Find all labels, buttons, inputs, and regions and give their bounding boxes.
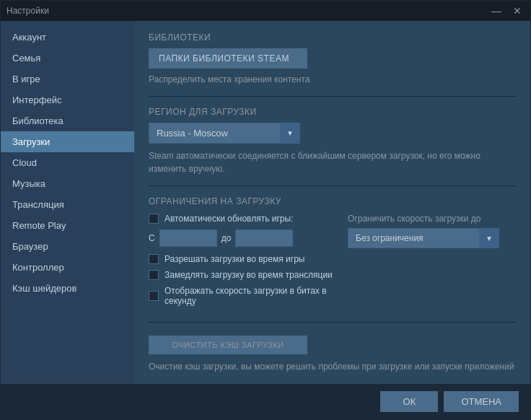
- minimize-button[interactable]: —: [488, 5, 504, 17]
- ok-button[interactable]: ОК: [380, 391, 438, 412]
- footer: ОК ОТМЕНА: [1, 384, 530, 419]
- allow-during-game-checkbox[interactable]: [149, 254, 159, 264]
- sidebar-item-interface[interactable]: Интерфейс: [1, 89, 134, 110]
- libraries-section: Библиотеки ПАПКИ БИБЛИОТЕКИ STEAM Распре…: [149, 32, 516, 86]
- from-to-row: С до: [149, 229, 336, 247]
- sidebar-item-account[interactable]: Аккаунт: [1, 27, 134, 48]
- show-speed-bits-checkbox[interactable]: [149, 291, 159, 301]
- sidebar-item-family[interactable]: Семья: [1, 48, 134, 69]
- throttle-broadcast-row: Замедлять загрузку во время трансляции: [149, 270, 336, 280]
- throttle-broadcast-label: Замедлять загрузку во время трансляции: [164, 270, 333, 280]
- title-bar: Настройки — ✕: [1, 1, 530, 21]
- window-controls: — ✕: [488, 5, 525, 17]
- clear-cache-info: Очистив кэш загрузки, вы можете решить п…: [149, 360, 516, 373]
- restrictions-left: Автоматически обновлять игры: С до: [149, 214, 336, 312]
- sidebar-item-music[interactable]: Музыка: [1, 173, 134, 194]
- from-input[interactable]: [159, 229, 217, 247]
- restrictions-section: Ограничения на загрузку Автоматически об…: [149, 196, 516, 312]
- distribute-label: Распределить места хранения контента: [149, 73, 516, 86]
- restrictions-right: Ограничить скорость загрузки до Без огра…: [348, 214, 516, 312]
- show-speed-bits-row: Отображать скорость загрузки в битах в с…: [149, 286, 336, 306]
- throttle-broadcast-checkbox[interactable]: [149, 270, 159, 280]
- clear-cache-button[interactable]: ОЧИСТИТЬ КЭШ ЗАГРУЗКИ: [149, 336, 307, 354]
- auto-update-label: Автоматически обновлять игры:: [164, 214, 293, 224]
- sidebar-item-downloads[interactable]: Загрузки: [1, 131, 134, 152]
- region-section: Регион для загрузки Russia - MoscowRussi…: [149, 107, 516, 175]
- sidebar-item-cloud[interactable]: Cloud: [1, 152, 134, 173]
- auto-update-row: Автоматически обновлять игры:: [149, 214, 336, 224]
- library-folders-button[interactable]: ПАПКИ БИБЛИОТЕКИ STEAM: [149, 48, 307, 69]
- sidebar-item-ingame[interactable]: В игре: [1, 69, 134, 89]
- restrictions-two-col: Автоматически обновлять игры: С до: [149, 214, 516, 312]
- sidebar-item-library[interactable]: Библиотека: [1, 110, 134, 131]
- sidebar: АккаунтСемьяВ игреИнтерфейсБиблиотекаЗаг…: [1, 21, 134, 384]
- cancel-button[interactable]: ОТМЕНА: [444, 391, 519, 412]
- libraries-section-label: Библиотеки: [149, 32, 516, 43]
- region-row: Russia - MoscowRussia - St. PetersburgGe…: [149, 123, 516, 144]
- sidebar-item-browser[interactable]: Браузер: [1, 236, 134, 257]
- region-section-label: Регион для загрузки: [149, 107, 516, 117]
- to-input[interactable]: [235, 229, 293, 247]
- divider-1: [149, 96, 516, 97]
- clear-cache-section: ОЧИСТИТЬ КЭШ ЗАГРУЗКИ Очистив кэш загруз…: [149, 333, 516, 373]
- sidebar-item-shader[interactable]: Кэш шейдеров: [1, 278, 134, 299]
- divider-2: [149, 185, 516, 186]
- sidebar-item-controller[interactable]: Контроллер: [1, 257, 134, 278]
- allow-during-game-row: Разрешать загрузки во время игры: [149, 254, 336, 264]
- window-title: Настройки: [6, 6, 49, 16]
- settings-window: Настройки — ✕ АккаунтСемьяВ игреИнтерфей…: [0, 0, 531, 420]
- to-label: до: [221, 233, 232, 243]
- region-select-wrapper: Russia - MoscowRussia - St. PetersburgGe…: [149, 123, 300, 144]
- speed-limit-select-wrapper: Без ограничения128 KB/s256 KB/s512 KB/s1…: [348, 228, 499, 248]
- content-area: АккаунтСемьяВ игреИнтерфейсБиблиотекаЗаг…: [1, 21, 530, 384]
- from-label: С: [149, 233, 155, 243]
- speed-limit-select[interactable]: Без ограничения128 KB/s256 KB/s512 KB/s1…: [348, 228, 499, 248]
- region-select[interactable]: Russia - MoscowRussia - St. PetersburgGe…: [149, 123, 300, 144]
- sidebar-item-broadcast[interactable]: Трансляция: [1, 194, 134, 215]
- sidebar-item-remoteplay[interactable]: Remote Play: [1, 215, 134, 236]
- divider-3: [149, 322, 516, 323]
- region-info: Steam автоматически соединяется с ближай…: [149, 149, 516, 175]
- allow-during-game-label: Разрешать загрузки во время игры: [164, 254, 304, 264]
- auto-update-checkbox[interactable]: [149, 214, 159, 224]
- speed-limit-title: Ограничить скорость загрузки до: [348, 214, 516, 224]
- show-speed-bits-label: Отображать скорость загрузки в битах в с…: [164, 286, 336, 306]
- close-button[interactable]: ✕: [510, 5, 525, 17]
- main-content: Библиотеки ПАПКИ БИБЛИОТЕКИ STEAM Распре…: [134, 21, 530, 384]
- restrictions-section-label: Ограничения на загрузку: [149, 196, 516, 206]
